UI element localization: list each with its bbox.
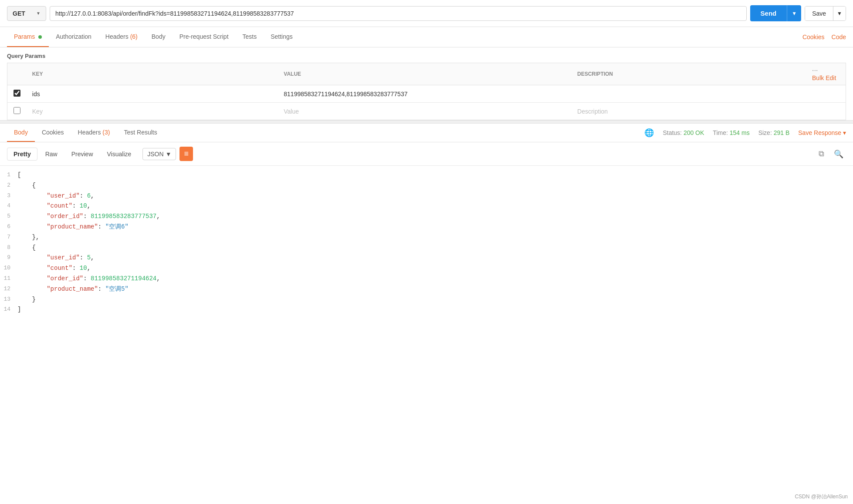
format-raw-label: Raw xyxy=(45,151,58,158)
line-number: 6 xyxy=(0,222,17,232)
code-line: 4 "count": 10, xyxy=(0,201,853,212)
status-label: Status: 200 OK xyxy=(663,129,704,136)
save-button[interactable]: Save xyxy=(805,7,833,20)
size-label: Size: 291 B xyxy=(758,129,790,136)
col-header-description: DESCRIPTION xyxy=(572,63,807,85)
save-btn-group: Save ▼ xyxy=(805,6,846,21)
empty-row-checkbox-cell xyxy=(7,103,27,120)
response-tab-bar: Body Cookies Headers (3) Test Results 🌐 … xyxy=(0,124,853,142)
empty-row-checkbox[interactable] xyxy=(14,107,20,114)
copy-button[interactable]: ⧉ xyxy=(816,148,827,161)
key-placeholder: Key xyxy=(32,108,43,115)
description-placeholder: Description xyxy=(577,108,608,115)
line-content: "count": 10, xyxy=(17,263,91,274)
tab-settings-label: Settings xyxy=(271,33,293,40)
col-header-key: KEY xyxy=(27,63,279,85)
tab-settings[interactable]: Settings xyxy=(264,27,300,47)
row-key-value: ids xyxy=(32,91,40,97)
json-format-label: JSON xyxy=(147,151,163,158)
more-options-button[interactable]: ··· xyxy=(812,67,818,74)
line-content: [ xyxy=(17,170,21,181)
save-dropdown-button[interactable]: ▼ xyxy=(833,7,846,20)
send-dropdown-button[interactable]: ▼ xyxy=(787,5,801,21)
format-visualize-label: Visualize xyxy=(107,151,132,158)
table-row: ids 811998583271194624,81199858328377753… xyxy=(7,85,846,103)
code-link[interactable]: Code xyxy=(832,34,846,40)
line-number: 8 xyxy=(0,243,17,252)
format-bar: Pretty Raw Preview Visualize JSON ▼ ≡ ⧉ … xyxy=(0,142,853,166)
query-params-section: Query Params KEY VALUE DESCRIPTION ··· B… xyxy=(0,47,853,120)
empty-row-description-cell[interactable]: Description xyxy=(572,103,807,120)
format-pretty-label: Pretty xyxy=(14,151,31,158)
tab-headers[interactable]: Headers (6) xyxy=(98,27,145,47)
line-number: 2 xyxy=(0,181,17,190)
row-key-cell: ids xyxy=(27,85,279,103)
bulk-edit-button[interactable]: Bulk Edit xyxy=(812,74,836,81)
line-number: 1 xyxy=(0,170,17,180)
url-bar: GET ▼ Send ▼ Save ▼ xyxy=(0,0,853,27)
line-content: "order_id": 811998583271194624, xyxy=(17,274,160,284)
format-tab-visualize[interactable]: Visualize xyxy=(101,148,138,160)
line-number: 11 xyxy=(0,274,17,283)
response-section: Body Cookies Headers (3) Test Results 🌐 … xyxy=(0,124,853,504)
format-preview-label: Preview xyxy=(71,151,93,158)
tab-response-test-results-label: Test Results xyxy=(124,129,157,136)
row-checkbox-cell xyxy=(7,85,27,103)
tab-response-test-results[interactable]: Test Results xyxy=(117,124,164,142)
code-line: 13 } xyxy=(0,295,853,305)
line-content: "order_id": 811998583283777537, xyxy=(17,212,160,222)
tab-authorization[interactable]: Authorization xyxy=(49,27,98,47)
format-tab-raw[interactable]: Raw xyxy=(39,148,64,160)
send-button[interactable]: Send xyxy=(750,5,787,21)
code-line: 9 "user_id": 5, xyxy=(0,253,853,263)
app-container: GET ▼ Send ▼ Save ▼ Params Authorization… xyxy=(0,0,853,504)
line-content: }, xyxy=(17,232,39,243)
empty-row-key-cell[interactable]: Key xyxy=(27,103,279,120)
tab-params[interactable]: Params xyxy=(7,27,49,47)
line-number: 13 xyxy=(0,295,17,304)
line-content: "product_name": "空调6" xyxy=(17,222,129,232)
row-checkbox[interactable] xyxy=(14,90,20,97)
time-label: Time: 154 ms xyxy=(713,129,749,136)
line-number: 9 xyxy=(0,253,17,262)
wrap-button[interactable]: ≡ xyxy=(179,147,193,161)
empty-row-actions-cell xyxy=(807,103,846,120)
line-content: { xyxy=(17,243,36,253)
line-number: 7 xyxy=(0,232,17,242)
line-content: "user_id": 6, xyxy=(17,191,94,202)
time-value: 154 ms xyxy=(730,129,750,136)
tab-tests[interactable]: Tests xyxy=(236,27,264,47)
tab-response-body[interactable]: Body xyxy=(7,124,35,142)
tab-response-cookies[interactable]: Cookies xyxy=(35,124,71,142)
line-number: 14 xyxy=(0,305,17,314)
save-response-button[interactable]: Save Response ▾ xyxy=(798,129,846,136)
method-chevron-icon: ▼ xyxy=(36,11,41,16)
empty-row-value-cell[interactable]: Value xyxy=(278,103,572,120)
top-right-links: Cookies Code xyxy=(802,34,846,40)
json-format-select[interactable]: JSON ▼ xyxy=(142,148,176,160)
format-tab-pretty[interactable]: Pretty xyxy=(7,148,37,161)
tab-body[interactable]: Body xyxy=(145,27,173,47)
code-viewer: 1[2 {3 "user_id": 6,4 "count": 10,5 "ord… xyxy=(0,166,853,504)
status-info: 🌐 Status: 200 OK Time: 154 ms Size: 291 … xyxy=(644,128,846,138)
method-select[interactable]: GET ▼ xyxy=(7,6,46,21)
code-line: 7 }, xyxy=(0,232,853,243)
format-tab-preview[interactable]: Preview xyxy=(65,148,99,160)
line-number: 12 xyxy=(0,284,17,294)
tab-tests-label: Tests xyxy=(243,33,257,40)
globe-icon: 🌐 xyxy=(644,128,654,138)
url-input[interactable] xyxy=(50,6,747,21)
line-content: { xyxy=(17,181,36,191)
tab-response-headers[interactable]: Headers (3) xyxy=(71,124,117,142)
size-value: 291 B xyxy=(774,129,790,136)
line-number: 4 xyxy=(0,201,17,211)
line-number: 3 xyxy=(0,191,17,201)
query-params-label: Query Params xyxy=(7,53,846,59)
tab-params-label: Params xyxy=(14,33,35,40)
row-description-cell xyxy=(572,85,807,103)
method-label: GET xyxy=(13,10,25,17)
search-button[interactable]: 🔍 xyxy=(831,148,846,161)
cookies-link[interactable]: Cookies xyxy=(802,34,825,40)
tab-prerequest[interactable]: Pre-request Script xyxy=(173,27,236,47)
tab-authorization-label: Authorization xyxy=(56,33,91,40)
